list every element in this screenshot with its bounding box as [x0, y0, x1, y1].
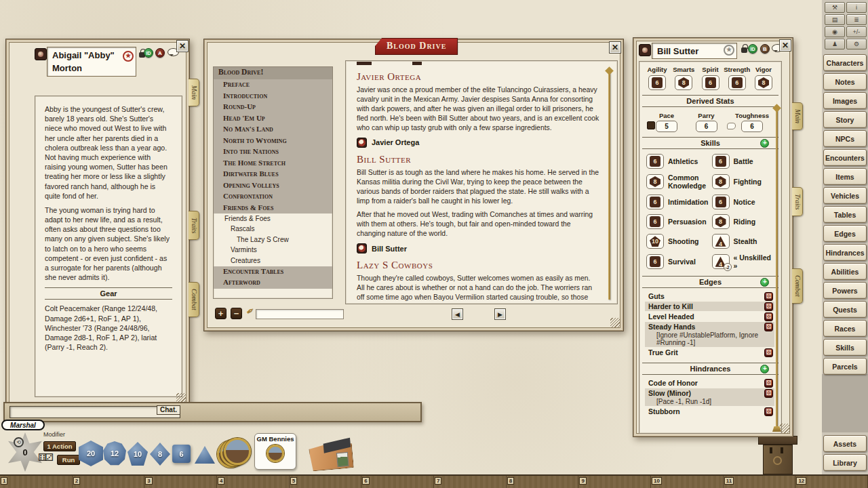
gm-bennies-panel[interactable]: GM Bennies — [254, 433, 296, 470]
sidebar-item-library[interactable]: Library — [823, 454, 867, 471]
dice-tower[interactable] — [758, 436, 797, 474]
sidebar-item-abilities[interactable]: Abilities — [823, 263, 867, 280]
skill-die-button[interactable]: 4-2 — [712, 254, 730, 269]
edge-row-guts[interactable]: Guts — [645, 291, 774, 301]
d8-die[interactable]: 8 — [150, 443, 170, 466]
skill-die-button[interactable]: 6 — [712, 154, 730, 169]
resize-grip[interactable] — [610, 318, 620, 328]
strength-die-button[interactable]: 6 — [728, 75, 746, 90]
wildcard-star-icon[interactable] — [123, 51, 134, 62]
hotkey-slot[interactable]: 11 — [724, 476, 796, 488]
toc-item-preface[interactable]: Preface — [214, 79, 332, 91]
bennies-coin-stack[interactable] — [217, 438, 255, 469]
tab-combat[interactable]: Combat — [189, 282, 199, 317]
agility-die-button[interactable]: 6 — [648, 75, 666, 90]
edge-row-steady-hands[interactable]: Steady Hands[Ignore #UnstablePlatform, I… — [645, 322, 774, 347]
modifiers-button[interactable]: +/- — [846, 26, 867, 37]
npc-link-javier[interactable]: Javier Ortega — [357, 138, 599, 148]
sidebar-item-story[interactable]: Story — [823, 111, 867, 128]
scroll-rod[interactable] — [608, 72, 610, 300]
tab-combat[interactable]: Combat — [792, 268, 803, 304]
dice-tray-button[interactable]: ⚒ — [825, 2, 845, 13]
toc-item-opening-volleys[interactable]: Opening Volleys — [214, 180, 332, 192]
sidebar-item-notes[interactable]: Notes — [823, 73, 867, 90]
d10-die[interactable]: 10 — [127, 442, 149, 466]
sidebar-item-edges[interactable]: Edges — [823, 225, 867, 242]
close-icon[interactable] — [609, 41, 621, 54]
id-badge[interactable]: ID — [144, 48, 153, 58]
hindrance-row-slow[interactable]: Slow (Minor)[Pace -1, Run -1d] — [645, 388, 774, 406]
d6-die[interactable]: 6 — [172, 445, 191, 463]
roll-die-icon[interactable] — [764, 312, 773, 321]
skill-die-button[interactable]: 6 — [646, 195, 664, 209]
d20-die[interactable]: 20 — [79, 441, 103, 466]
add-entry-button[interactable]: + — [215, 308, 226, 319]
id-badge[interactable]: ID — [748, 44, 757, 54]
npc-portrait-icon[interactable] — [639, 44, 651, 56]
skill-die-button[interactable]: 6 — [646, 154, 664, 169]
abby-name-field[interactable]: Abigail "Abby" Morton — [47, 47, 136, 77]
story-list-button[interactable]: ≣ — [846, 14, 867, 25]
abby-portrait-icon[interactable] — [35, 48, 47, 60]
npc-link-bill[interactable]: Bill Sutter — [357, 243, 599, 253]
spirit-die-button[interactable]: 6 — [702, 75, 719, 90]
sidebar-item-characters[interactable]: Characters — [823, 54, 867, 71]
marshal-badge[interactable]: Marshal — [1, 420, 45, 430]
benny-coin-icon[interactable] — [267, 445, 284, 462]
sidebar-item-parcels[interactable]: Parcels — [823, 358, 867, 375]
resize-grip[interactable] — [780, 424, 790, 434]
hotkey-slot[interactable]: 5 — [290, 476, 362, 488]
toc-item-round-up[interactable]: Round-Up — [214, 102, 332, 113]
sidebar-item-encounters[interactable]: Encounters — [823, 149, 867, 166]
run-button[interactable]: Run — [57, 455, 80, 465]
toc-item-head-em-up[interactable]: Head 'Em Up — [214, 113, 332, 125]
tab-traits[interactable]: Traits — [792, 187, 803, 216]
tab-traits[interactable]: Traits — [189, 211, 199, 240]
sidebar-item-npcs[interactable]: NPCs — [823, 130, 867, 147]
options-button[interactable]: ⚙ — [846, 39, 867, 49]
toc-item-introduction[interactable]: Introduction — [214, 91, 332, 102]
chat-label[interactable]: Chat. — [157, 405, 180, 415]
toc-sub-creatures[interactable]: Creatures — [214, 256, 332, 266]
edge-row-level-headed[interactable]: Level Headed — [645, 312, 774, 321]
roll-die-icon[interactable] — [764, 348, 773, 357]
close-icon[interactable] — [176, 40, 189, 52]
toc-sub-rascals[interactable]: Rascals — [214, 224, 332, 235]
sidebar-item-skills[interactable]: Skills — [823, 339, 867, 356]
add-edge-button[interactable] — [760, 278, 769, 287]
hotkey-slot[interactable]: 9 — [578, 476, 651, 488]
modifier-reset-icon[interactable]: ⟲ — [14, 437, 24, 447]
hotkey-slot[interactable]: 12 — [795, 476, 868, 488]
scroll-rod[interactable] — [776, 109, 778, 428]
roll-die-icon[interactable] — [764, 292, 773, 301]
d12-die[interactable]: 12 — [103, 441, 126, 466]
faction-letter-badge[interactable]: A — [155, 48, 165, 58]
skill-die-button[interactable]: 10 — [646, 234, 664, 249]
sidebar-item-hindrances[interactable]: Hindrances — [823, 244, 867, 261]
parry-value[interactable]: 6 — [696, 121, 717, 132]
toc-sub-lazy-s-crew[interactable]: The Lazy S Crew — [214, 235, 332, 245]
page-next-button[interactable]: ▶ — [494, 308, 506, 320]
vigor-die-button[interactable]: 8 — [755, 75, 772, 90]
d4-die[interactable] — [195, 445, 215, 464]
sidebar-item-races[interactable]: Races — [823, 320, 867, 337]
character-select-button[interactable]: ♟ — [825, 39, 845, 49]
toc-item-into-the-nations[interactable]: Into the Nations — [214, 146, 332, 158]
edge-row-harder-to-kill[interactable]: Harder to Kill — [645, 302, 774, 311]
faction-letter-badge[interactable]: B — [760, 44, 770, 54]
add-hindrance-button[interactable] — [760, 365, 769, 373]
toc-item-confrontation[interactable]: Confrontation — [214, 191, 332, 203]
hotkey-slot[interactable]: 1 — [0, 476, 73, 488]
skill-die-button[interactable]: 6 — [646, 254, 664, 269]
card-deck-box[interactable] — [305, 435, 357, 473]
roll-die-icon[interactable] — [764, 389, 773, 398]
toc-sub-varmints[interactable]: Varmints — [214, 245, 332, 256]
tokens-button[interactable]: ◉ — [825, 26, 845, 37]
tab-main[interactable]: Main — [189, 79, 199, 106]
roll-die-icon[interactable] — [764, 379, 773, 388]
sidebar-item-quests[interactable]: Quests — [823, 301, 867, 318]
skill-die-button[interactable]: 6 — [646, 214, 664, 229]
sidebar-item-items[interactable]: Items — [823, 168, 867, 185]
calendar-button[interactable]: ▤ — [825, 14, 845, 25]
toc-item-encounter-tables[interactable]: Encounter Tables — [214, 266, 332, 278]
